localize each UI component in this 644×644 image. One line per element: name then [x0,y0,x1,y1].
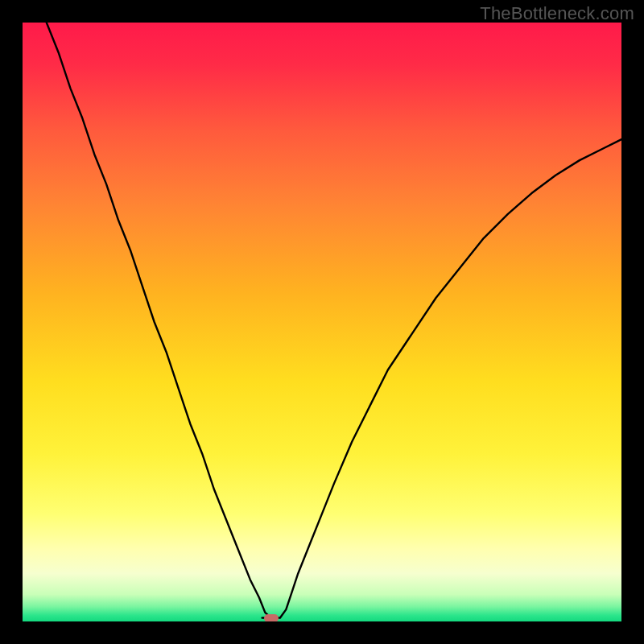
plot-area [23,23,621,621]
optimum-marker [264,614,279,621]
bottleneck-curve [23,23,621,621]
watermark-text: TheBottleneck.com [480,3,634,24]
chart-frame: TheBottleneck.com [0,0,644,644]
